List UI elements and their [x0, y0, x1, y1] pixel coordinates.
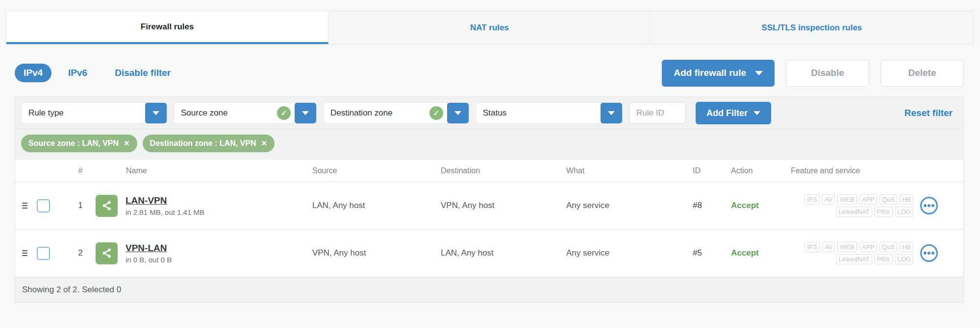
chevron-down-icon [754, 111, 760, 115]
filter-chip-source-zone: Source zone : LAN, VPN ✕ [21, 135, 137, 152]
table-row: 2 VPN-LAN in 0 B, out 0 B VPN, Any host … [15, 230, 963, 277]
filter-applied-check-icon: ✓ [277, 106, 291, 120]
tab-firewall-rules[interactable]: Firewall rules [6, 11, 328, 44]
drag-handle-icon[interactable] [22, 250, 27, 256]
disable-button[interactable]: Disable [786, 60, 869, 87]
add-filter-label: Add Filter [706, 108, 748, 118]
tab-ssl-tls-inspection-rules[interactable]: SSL/TLS inspection rules [651, 11, 973, 44]
feature-badges: IPS AV WEB APP QoS HB LinkedNAT PRX LOG [791, 194, 920, 217]
rule-name-link[interactable]: LAN-VPN [126, 195, 204, 206]
rule-what: Any service [566, 201, 693, 211]
feature-badge: LinkedNAT [836, 254, 872, 264]
rule-id-input[interactable] [629, 102, 686, 124]
feature-badge: QoS [879, 242, 897, 252]
table-header: # Name Source Destination What ID Action… [15, 160, 963, 182]
status-dropdown[interactable]: Status [476, 102, 623, 124]
feature-badge: QoS [879, 194, 897, 205]
filter-chip-label: Destination zone : LAN, VPN [150, 139, 256, 148]
rule-what: Any service [566, 248, 693, 258]
rule-name-link[interactable]: VPN-LAN [126, 243, 172, 254]
ipv4-toggle[interactable]: IPv4 [15, 64, 51, 82]
filter-applied-check-icon: ✓ [429, 106, 443, 120]
table-summary: Showing 2 of 2. Selected 0 [22, 285, 121, 295]
rule-type-dropdown-button[interactable] [145, 103, 167, 123]
table-row: 1 LAN-VPN in 2.81 MB, out 1.41 MB LAN, A… [15, 182, 963, 230]
destination-zone-dropdown[interactable]: Destination zone ✓ [323, 102, 469, 124]
remove-filter-icon[interactable]: ✕ [261, 139, 268, 148]
feature-badge: APP [859, 194, 877, 205]
chevron-down-icon [608, 111, 615, 115]
source-zone-dropdown[interactable]: Source zone ✓ [174, 102, 317, 124]
feature-badge: HB [900, 194, 913, 205]
rule-number: 1 [65, 201, 96, 211]
header-action: Action [731, 166, 791, 175]
header-number: # [65, 166, 96, 175]
rule-source: VPN, Any host [312, 248, 441, 258]
feature-badge: PRX [875, 207, 893, 217]
network-rule-icon[interactable] [96, 195, 118, 217]
add-firewall-rule-label: Add firewall rule [674, 68, 746, 78]
rule-id: #8 [693, 201, 731, 211]
feature-badge: LOG [895, 254, 913, 264]
rule-traffic: in 0 B, out 0 B [126, 256, 172, 264]
header-destination: Destination [441, 166, 566, 175]
chevron-down-icon [302, 111, 309, 115]
rule-type-dropdown-label: Rule type [22, 103, 145, 123]
row-checkbox[interactable] [37, 247, 50, 260]
header-id: ID [693, 166, 731, 175]
reset-filter-link[interactable]: Reset filter [905, 108, 953, 118]
feature-badge: AV [822, 194, 835, 205]
rule-type-dropdown[interactable]: Rule type [21, 102, 167, 124]
feature-badge: HB [900, 242, 913, 252]
chevron-down-icon [152, 111, 159, 115]
source-zone-dropdown-label: Source zone [174, 103, 277, 123]
feature-badge: APP [859, 242, 877, 252]
row-checkbox[interactable] [37, 199, 50, 212]
rule-name-block: VPN-LAN in 0 B, out 0 B [126, 243, 172, 264]
rule-traffic: in 2.81 MB, out 1.41 MB [126, 208, 204, 216]
header-feature: Feature and service [791, 166, 920, 175]
header-source: Source [312, 166, 441, 175]
status-dropdown-label: Status [476, 103, 601, 123]
active-filter-chips: Source zone : LAN, VPN ✕ Destination zon… [15, 129, 963, 160]
destination-zone-dropdown-label: Destination zone [324, 103, 429, 123]
filter-area: Rule type Source zone ✓ Destination zone… [15, 97, 963, 160]
add-firewall-rule-button[interactable]: Add firewall rule [662, 60, 775, 87]
firewall-rules-panel: Rule type Source zone ✓ Destination zone… [15, 96, 964, 303]
ipv6-toggle[interactable]: IPv6 [68, 68, 87, 78]
rule-action: Accept [731, 201, 791, 211]
feature-badge: IPS [804, 242, 820, 252]
drag-handle-icon[interactable] [22, 203, 27, 209]
rule-action: Accept [731, 248, 791, 258]
delete-button[interactable]: Delete [880, 60, 964, 87]
status-dropdown-button[interactable] [601, 103, 622, 123]
rule-name-cell: VPN-LAN in 0 B, out 0 B [96, 242, 312, 264]
tab-bar: Firewall rules NAT rules SSL/TLS inspect… [6, 11, 973, 45]
rule-destination: VPN, Any host [441, 201, 566, 211]
network-rule-icon[interactable] [96, 242, 118, 264]
feature-badge: IPS [804, 194, 820, 205]
remove-filter-icon[interactable]: ✕ [124, 139, 130, 148]
feature-badges: IPS AV WEB APP QoS HB LinkedNAT PRX LOG [791, 242, 920, 264]
feature-badge: WEB [837, 242, 857, 252]
row-more-menu-icon[interactable] [920, 197, 938, 214]
source-zone-dropdown-button[interactable] [295, 103, 316, 123]
header-name: Name [96, 166, 312, 175]
rule-destination: LAN, Any host [441, 248, 566, 258]
row-more-menu-icon[interactable] [920, 244, 938, 262]
disable-filter-link[interactable]: Disable filter [115, 68, 171, 78]
rule-id: #5 [693, 248, 731, 258]
table-footer: Showing 2 of 2. Selected 0 [15, 277, 963, 302]
feature-badge: LOG [895, 207, 913, 217]
header-what: What [566, 166, 693, 175]
add-filter-button[interactable]: Add Filter [696, 102, 771, 124]
feature-badge: WEB [837, 194, 857, 205]
tab-nat-rules[interactable]: NAT rules [328, 11, 651, 44]
feature-badge: LinkedNAT [836, 207, 872, 217]
rule-source: LAN, Any host [312, 201, 441, 211]
filter-chip-label: Source zone : LAN, VPN [28, 139, 119, 148]
destination-zone-dropdown-button[interactable] [447, 103, 469, 123]
feature-badge: PRX [875, 254, 893, 264]
rule-name-cell: LAN-VPN in 2.81 MB, out 1.41 MB [96, 195, 312, 217]
toolbar: IPv4 IPv6 Disable filter Add firewall ru… [15, 59, 964, 87]
